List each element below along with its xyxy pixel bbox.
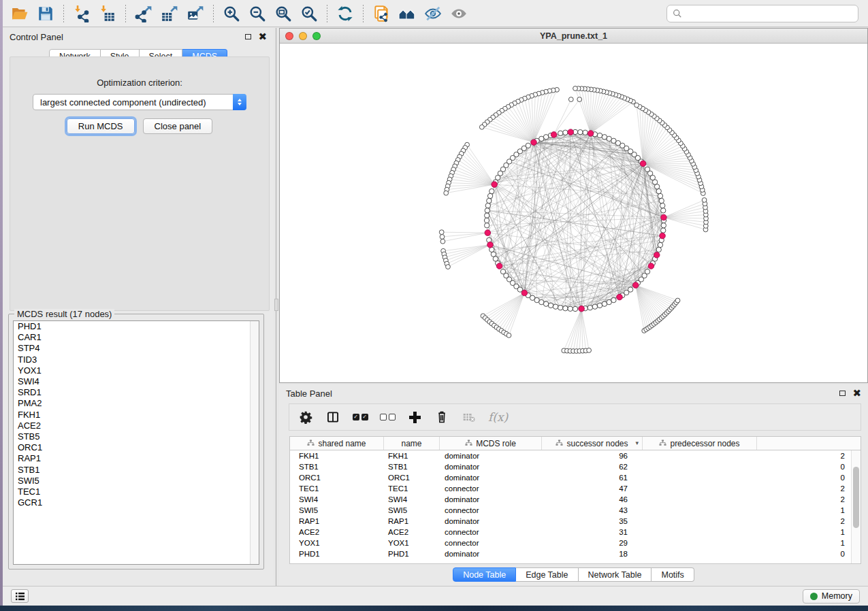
table-cell[interactable]: 29 <box>542 539 643 547</box>
column-header-successor-nodes[interactable]: successor nodes▾ <box>542 437 643 450</box>
delete-column-icon[interactable] <box>434 408 450 426</box>
mcds-result-item[interactable]: ORC1 <box>14 442 259 453</box>
mcds-result-item[interactable]: ACE2 <box>14 420 259 431</box>
table-cell[interactable]: 31 <box>542 528 643 536</box>
table-cell[interactable]: 43 <box>542 506 643 514</box>
table-cell[interactable]: SWI4 <box>290 495 384 503</box>
table-row[interactable]: RAP1RAP1dominator352 <box>290 516 851 527</box>
mcds-result-item[interactable]: STP4 <box>14 343 259 354</box>
export-network-icon[interactable] <box>132 3 155 24</box>
table-cell[interactable]: 2 <box>643 452 850 460</box>
table-row[interactable]: FKH1FKH1dominator962 <box>290 450 851 461</box>
table-cell[interactable]: PHD1 <box>384 550 440 558</box>
close-panel-icon[interactable]: ✖ <box>258 33 267 40</box>
table-cell[interactable]: FKH1 <box>384 452 440 460</box>
table-cell[interactable]: 1 <box>643 506 850 514</box>
network-window-titlebar[interactable]: YPA_prune.txt_1 <box>280 29 867 44</box>
table-cell[interactable]: RAP1 <box>384 517 440 525</box>
table-cell[interactable]: connector <box>440 484 542 493</box>
mcds-result-item[interactable]: SRD1 <box>14 387 259 398</box>
table-row[interactable]: TEC1TEC1connector472 <box>290 483 851 494</box>
duplicate-network-icon[interactable] <box>370 3 393 24</box>
table-cell[interactable]: dominator <box>440 452 542 460</box>
table-cell[interactable]: 1 <box>643 539 850 547</box>
network-canvas[interactable] <box>280 44 867 382</box>
table-row[interactable]: SWI4SWI4dominator462 <box>290 494 851 505</box>
table-cell[interactable]: FKH1 <box>290 452 384 460</box>
hide-selected-icon[interactable] <box>421 3 445 24</box>
open-file-icon[interactable] <box>8 3 31 24</box>
float-panel-icon[interactable] <box>245 34 251 39</box>
table-cell[interactable]: RAP1 <box>290 517 384 525</box>
table-cell[interactable]: 46 <box>542 495 643 503</box>
import-network-icon[interactable] <box>70 3 93 24</box>
table-cell[interactable]: TEC1 <box>384 484 440 493</box>
mcds-result-item[interactable]: PHD1 <box>14 321 259 332</box>
network-graph[interactable] <box>280 44 868 383</box>
mcds-result-item[interactable]: STB1 <box>14 465 259 476</box>
table-row[interactable]: YOX1YOX1connector291 <box>290 538 851 548</box>
mcds-result-item[interactable]: TID3 <box>14 354 259 365</box>
splitter-grip[interactable] <box>274 299 278 311</box>
select-all-rows-icon[interactable]: ✓✓ <box>352 408 368 426</box>
table-cell[interactable]: YOX1 <box>384 539 440 547</box>
save-session-icon[interactable] <box>34 3 57 24</box>
column-header-name[interactable]: name <box>384 437 440 450</box>
table-cell[interactable]: SWI4 <box>384 495 440 503</box>
table-cell[interactable]: connector <box>440 506 542 514</box>
table-cell[interactable]: dominator <box>440 463 542 471</box>
table-cell[interactable]: ORC1 <box>290 474 384 482</box>
search-input[interactable] <box>686 9 852 19</box>
mcds-result-item[interactable]: STB5 <box>14 431 259 442</box>
table-cell[interactable]: SWI5 <box>384 506 440 514</box>
first-neighbors-icon[interactable] <box>396 3 419 24</box>
mcds-list-scrollbar[interactable] <box>250 321 259 564</box>
close-table-panel-icon[interactable]: ✖ <box>852 390 861 397</box>
table-scrollbar-thumb[interactable] <box>853 467 859 528</box>
table-tab-node-table[interactable]: Node Table <box>453 567 516 582</box>
mcds-result-item[interactable]: SWI5 <box>14 476 259 486</box>
table-tab-edge-table[interactable]: Edge Table <box>516 567 578 582</box>
import-table-icon[interactable] <box>96 3 119 24</box>
search-box[interactable] <box>666 5 858 22</box>
table-settings-icon[interactable] <box>298 408 314 426</box>
table-cell[interactable]: PHD1 <box>290 550 384 558</box>
table-cell[interactable]: 2 <box>643 517 850 525</box>
table-row[interactable]: ORC1ORC1dominator610 <box>290 472 851 483</box>
mcds-result-item[interactable]: FKH1 <box>14 410 259 420</box>
float-table-panel-icon[interactable] <box>839 391 846 396</box>
panel-splitter[interactable] <box>274 28 279 586</box>
table-cell[interactable]: dominator <box>440 495 542 503</box>
table-row[interactable]: SWI5SWI5connector431 <box>290 505 851 516</box>
memory-button[interactable]: Memory <box>803 589 860 604</box>
table-row[interactable]: STB1STB1dominator620 <box>290 461 851 472</box>
column-header-mcds-role[interactable]: MCDS role <box>440 437 542 450</box>
mcds-result-list[interactable]: PHD1CAR1STP4TID3YOX1SWI4SRD1PMA2FKH1ACE2… <box>13 320 259 565</box>
show-columns-icon[interactable] <box>325 408 341 426</box>
mcds-result-item[interactable]: PMA2 <box>14 398 259 409</box>
table-cell[interactable]: 96 <box>542 452 643 460</box>
mcds-result-item[interactable]: RAP1 <box>14 453 259 464</box>
table-cell[interactable]: 35 <box>542 517 643 525</box>
table-cell[interactable]: 0 <box>643 550 850 558</box>
table-cell[interactable]: connector <box>440 539 542 547</box>
table-cell[interactable]: 47 <box>542 484 643 493</box>
criterion-dropdown[interactable]: largest connected component (undirected) <box>33 94 246 110</box>
column-header-predecessor-nodes[interactable]: predecessor nodes <box>643 437 757 450</box>
mcds-result-item[interactable]: CAR1 <box>14 332 259 343</box>
add-column-icon[interactable] <box>406 408 423 426</box>
zoom-out-icon[interactable] <box>246 3 269 24</box>
table-cell[interactable]: 2 <box>643 495 850 503</box>
table-cell[interactable]: dominator <box>440 474 542 482</box>
table-tab-network-table[interactable]: Network Table <box>579 567 652 582</box>
table-cell[interactable]: ACE2 <box>384 528 440 536</box>
table-cell[interactable]: ACE2 <box>290 528 384 536</box>
zoom-fit-icon[interactable] <box>272 3 295 24</box>
table-cell[interactable]: 1 <box>643 528 850 536</box>
table-cell[interactable]: 0 <box>643 474 850 482</box>
zoom-selected-icon[interactable] <box>298 3 321 24</box>
close-panel-button[interactable]: Close panel <box>143 118 213 134</box>
table-cell[interactable]: dominator <box>440 517 542 525</box>
table-cell[interactable]: 62 <box>542 463 643 471</box>
table-cell[interactable]: 2 <box>643 484 850 493</box>
